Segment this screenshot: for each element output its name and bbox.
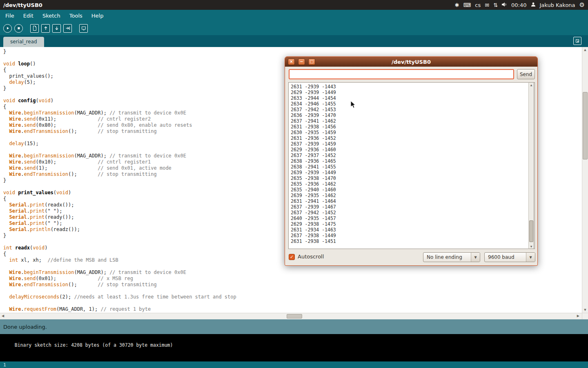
serial-input[interactable] <box>289 69 514 79</box>
serial-line: 2637 -2941 -1462 <box>291 118 528 124</box>
serial-scroll-thumb[interactable] <box>529 220 533 242</box>
vertical-scroll-thumb[interactable] <box>583 92 588 159</box>
clock[interactable]: 00:40 <box>511 2 526 8</box>
toolbar <box>0 21 588 35</box>
serial-line: 2637 -2942 -1453 <box>291 107 528 112</box>
scroll-down-icon[interactable]: ▼ <box>529 245 534 248</box>
serial-output: 2631 -2939 -14432629 -2939 -14492633 -29… <box>291 84 528 244</box>
network-icon[interactable]: ⇅ <box>493 2 498 8</box>
serial-line: 2629 -2936 -1460 <box>291 147 528 153</box>
stop-button[interactable] <box>14 24 23 33</box>
editor-vertical-scrollbar[interactable]: ▲ ▼ <box>582 47 588 313</box>
menu-sketch[interactable]: Sketch <box>38 10 65 21</box>
line-ending-select[interactable]: No line ending ▼ <box>423 252 480 262</box>
serial-line: 2637 -2937 -1452 <box>291 153 528 158</box>
code-line <box>3 288 582 294</box>
console-output: Binary sketch size: 4208 bytes (of a 307… <box>15 342 173 348</box>
menu-edit[interactable]: Edit <box>19 10 38 21</box>
mouse-cursor <box>350 101 358 109</box>
serial-line: 2629 -2938 -1475 <box>291 221 528 227</box>
serial-line: 2633 -2944 -1454 <box>291 95 528 101</box>
menu-file[interactable]: File <box>1 10 19 21</box>
save-button[interactable] <box>52 24 61 33</box>
keyboard-layout-label[interactable]: cs <box>475 2 481 8</box>
active-window-title: /dev/ttyUSB0 <box>3 2 42 8</box>
send-button[interactable]: Send <box>517 69 535 79</box>
menu-help[interactable]: Help <box>87 10 108 21</box>
serial-monitor-button[interactable] <box>79 24 88 33</box>
line-ending-value: No line ending <box>423 253 471 262</box>
serial-line: 2636 -2939 -1470 <box>291 112 528 118</box>
serial-line: 2635 -2940 -1460 <box>291 187 528 193</box>
serial-scrollbar[interactable]: ▲ ▼ <box>528 82 534 249</box>
scroll-right-icon[interactable]: ▶ <box>577 314 579 318</box>
serial-line: 2631 -2939 -1443 <box>291 84 528 90</box>
chevron-down-icon[interactable]: ▼ <box>471 253 480 262</box>
top-panel: /dev/ttyUSB0 ✱ ⌨ cs ✉ ⇅ 00:40 Jakub Kako… <box>0 0 588 10</box>
tab-serial-read[interactable]: serial_read <box>3 37 44 47</box>
tab-menu-button[interactable] <box>573 37 581 45</box>
serial-line: 2631 -2934 -1463 <box>291 227 528 233</box>
scroll-left-icon[interactable]: ◀ <box>2 314 4 318</box>
serial-line: 2634 -2946 -1455 <box>291 101 528 107</box>
serial-line: 2631 -2938 -1456 <box>291 124 528 130</box>
baud-rate-select[interactable]: 9600 baud ▼ <box>484 252 535 262</box>
serial-line: 2637 -2938 -1449 <box>291 233 528 238</box>
serial-line: 2639 -2935 -1462 <box>291 193 528 198</box>
menu-bar: File Edit Sketch Tools Help <box>0 10 588 21</box>
open-button[interactable] <box>41 24 50 33</box>
serial-line: 2631 -2941 -1464 <box>291 198 528 204</box>
serial-monitor-title: /dev/ttyUSB0 <box>392 59 431 65</box>
serial-line: 2637 -2939 -1459 <box>291 141 528 147</box>
serial-monitor-titlebar[interactable]: × − □ /dev/ttyUSB0 <box>285 57 537 67</box>
maximize-icon[interactable]: □ <box>308 58 315 65</box>
autoscroll-checkbox[interactable]: ✓ <box>289 254 295 260</box>
menu-tools[interactable]: Tools <box>65 10 87 21</box>
baud-rate-value: 9600 baud <box>485 253 526 262</box>
serial-line: 2631 -2936 -1452 <box>291 135 528 141</box>
serial-line: 2629 -2939 -1449 <box>291 90 528 95</box>
serial-line: 2630 -2935 -1459 <box>291 130 528 135</box>
serial-line: 2631 -2938 -1451 <box>291 238 528 244</box>
screen: /dev/ttyUSB0 ✱ ⌨ cs ✉ ⇅ 00:40 Jakub Kako… <box>0 0 588 368</box>
serial-monitor-window: × − □ /dev/ttyUSB0 Send 2631 -2939 -1443… <box>285 56 538 266</box>
console: Binary sketch size: 4208 bytes (of a 307… <box>0 334 588 361</box>
username[interactable]: Jakub Kakona <box>540 2 575 8</box>
serial-line: 2637 -2939 -1467 <box>291 204 528 210</box>
serial-line: 2637 -2942 -1452 <box>291 210 528 215</box>
code-line: Wire.endTransmission(); // stop transmit… <box>3 282 582 288</box>
code-line: delayMicroseconds(2); //needs at least 1… <box>3 294 582 300</box>
new-sketch-button[interactable] <box>30 24 39 33</box>
autoscroll-label: Autoscroll <box>298 254 324 260</box>
tab-bar: serial_read <box>0 35 588 47</box>
volume-icon[interactable] <box>502 2 507 8</box>
chevron-down-icon[interactable]: ▼ <box>526 253 535 262</box>
code-line: Wire.send(0x01); // x MSB reg <box>3 276 582 282</box>
serial-line: 2635 -2936 -1462 <box>291 181 528 187</box>
status-message: Done uploading. <box>3 324 47 330</box>
status-bar: Done uploading. <box>0 319 588 334</box>
code-line <box>3 300 582 306</box>
serial-line: 2640 -2935 -1457 <box>291 215 528 221</box>
gear-icon[interactable]: ⚙ <box>579 2 585 8</box>
scrollbar-corner <box>582 313 588 319</box>
keyboard-icon[interactable]: ⌨ <box>463 2 471 8</box>
serial-line: 2638 -2936 -1465 <box>291 158 528 164</box>
scroll-down-icon[interactable]: ▼ <box>582 308 588 312</box>
scroll-up-icon[interactable]: ▲ <box>529 83 534 86</box>
code-line: Wire.requestFrom(MAG_ADDR, 1); // reques… <box>3 306 582 312</box>
horizontal-scroll-thumb[interactable] <box>287 314 302 319</box>
line-indicator-strip: 1 <box>0 361 588 368</box>
scroll-up-icon[interactable]: ▲ <box>582 48 588 52</box>
mail-icon[interactable]: ✉ <box>485 2 489 8</box>
sync-icon[interactable]: ✱ <box>455 2 459 8</box>
close-icon[interactable]: × <box>288 58 295 65</box>
minimize-icon[interactable]: − <box>298 58 305 65</box>
code-line: } <box>3 49 582 55</box>
editor-horizontal-scrollbar[interactable]: ◀ ▶ <box>0 313 582 319</box>
line-number: 1 <box>3 362 6 368</box>
serial-line: 2635 -2938 -1470 <box>291 175 528 181</box>
user-icon[interactable] <box>531 2 536 8</box>
verify-button[interactable] <box>3 24 12 33</box>
upload-button[interactable] <box>63 24 72 33</box>
